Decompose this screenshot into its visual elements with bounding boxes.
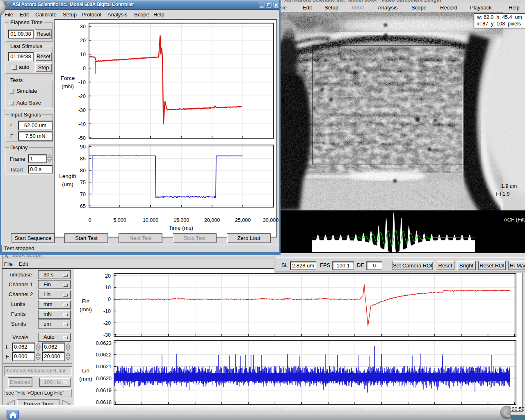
- svg-text:65: 65: [80, 203, 86, 209]
- svg-text:90: 90: [80, 144, 86, 150]
- svg-text:30: 30: [80, 24, 86, 30]
- svg-text:-20: -20: [103, 320, 111, 326]
- svg-text:-10: -10: [103, 308, 111, 314]
- svg-text:w: 62.0 h: 45.4 um: w: 62.0 h: 45.4 um: [477, 14, 522, 20]
- svg-text:0.0622: 0.0622: [96, 352, 112, 358]
- svg-text:Length: Length: [59, 173, 76, 179]
- svg-text:10,000: 10,000: [143, 217, 158, 223]
- svg-text:0: 0: [89, 217, 91, 223]
- svg-text:ACF (Filtered): ACF (Filtered): [504, 217, 525, 223]
- svg-text:(mm): (mm): [79, 376, 92, 382]
- svg-text:70: 70: [80, 192, 86, 197]
- svg-text:30,000: 30,000: [263, 217, 278, 223]
- svg-text:-10: -10: [78, 80, 86, 85]
- svg-text:1.9 um: 1.9 um: [501, 183, 517, 189]
- svg-text:(mN): (mN): [80, 306, 92, 313]
- svg-text:x: 87 y: 108 pixels: x: 87 y: 108 pixels: [477, 21, 521, 27]
- svg-text:10: 10: [80, 52, 86, 57]
- svg-text:-30: -30: [78, 107, 86, 113]
- svg-text:0.0618: 0.0618: [96, 399, 112, 405]
- svg-text:(um): (um): [62, 181, 73, 187]
- svg-text:Force: Force: [61, 75, 75, 81]
- svg-text:0.0620: 0.0620: [96, 376, 112, 381]
- svg-text:1.9: 1.9: [502, 191, 509, 197]
- svg-text:0.0621: 0.0621: [96, 364, 112, 370]
- svg-text:-30: -30: [103, 332, 111, 338]
- svg-text:-20: -20: [78, 94, 86, 99]
- svg-text:-50: -50: [78, 135, 86, 141]
- svg-text:Fin: Fin: [82, 298, 90, 304]
- svg-text:20,000: 20,000: [204, 217, 220, 223]
- svg-text:-40: -40: [78, 121, 86, 127]
- svg-text:Time (ms): Time (ms): [169, 225, 193, 231]
- svg-text:5,000: 5,000: [113, 217, 126, 223]
- svg-text:0.0623: 0.0623: [96, 340, 112, 346]
- svg-text:0: 0: [108, 297, 111, 302]
- svg-text:0: 0: [83, 66, 86, 71]
- svg-text:80: 80: [80, 168, 86, 173]
- svg-text:(mN): (mN): [62, 83, 74, 89]
- svg-text:Lin: Lin: [82, 368, 89, 374]
- svg-text:25,000: 25,000: [235, 217, 251, 223]
- svg-text:10: 10: [105, 285, 111, 290]
- svg-text:20: 20: [105, 273, 111, 279]
- svg-text:15,000: 15,000: [173, 217, 189, 223]
- svg-text:75: 75: [80, 180, 86, 185]
- svg-text:20: 20: [80, 38, 86, 43]
- svg-text:85: 85: [80, 156, 86, 162]
- svg-text:0.0619: 0.0619: [96, 388, 112, 393]
